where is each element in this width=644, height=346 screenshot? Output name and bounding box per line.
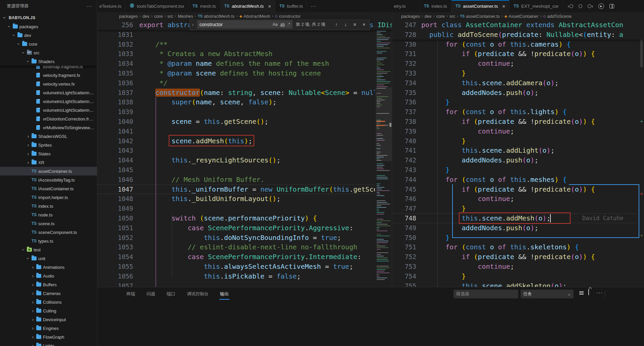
editor-abstractmesh[interactable]: packages›dev›core›src›Meshes›TSabstractM… bbox=[97, 12, 392, 287]
tree-item-collisions[interactable]: ›Collisions bbox=[0, 298, 97, 306]
tree-item-test[interactable]: ›test bbox=[0, 245, 97, 254]
find-close-icon[interactable]: × bbox=[360, 22, 368, 27]
tree-item-lights[interactable]: ›Lights bbox=[0, 341, 97, 346]
find-query[interactable]: constructor bbox=[200, 22, 270, 27]
tab-assetcontainer-ts[interactable]: TSassetContainer.ts× bbox=[451, 0, 509, 12]
code-area[interactable]: 10311032 /**1033 * Creates a new Abstrac… bbox=[97, 30, 375, 287]
match-case-icon[interactable]: Aa bbox=[273, 22, 278, 27]
tree-item-animations[interactable]: ›Animations bbox=[0, 263, 97, 271]
code-line-731[interactable]: 731 if (predicate && !predicate(o)) { bbox=[392, 49, 637, 59]
tree-item-packages[interactable]: ›packages bbox=[0, 22, 97, 31]
code-line-1044[interactable]: 1044 this._resyncLightSources(); bbox=[97, 155, 375, 165]
circle-icon[interactable] bbox=[579, 4, 582, 8]
breadcrumb-item[interactable]: src bbox=[167, 14, 173, 19]
code-line-751[interactable]: 751 for (const o of this.skeletons) { bbox=[392, 242, 637, 252]
code-line-728[interactable]: 728 public addToScene(predicate: Nullabl… bbox=[392, 30, 644, 40]
tree-item-states[interactable]: ›States bbox=[0, 149, 97, 158]
code-line-1054[interactable]: 1054 case ScenePerformancePriority.Inter… bbox=[97, 252, 375, 262]
code-line-1031[interactable]: 1031 bbox=[97, 30, 375, 40]
whole-word-icon[interactable]: ab bbox=[280, 22, 284, 27]
explorer-more-icon[interactable]: ··· bbox=[87, 3, 92, 9]
code-line-1045[interactable]: 1045 bbox=[97, 165, 375, 175]
more-actions-icon[interactable]: ··· bbox=[596, 290, 603, 296]
code-line-746[interactable]: 746 continue; bbox=[392, 194, 637, 204]
tree-item-engines[interactable]: ›Engines bbox=[0, 324, 97, 333]
tree-item-xr[interactable]: ›XR bbox=[0, 158, 97, 167]
code-line-755[interactable]: 755 this.scene.addSkeleton(o); bbox=[392, 281, 637, 287]
code-line-1047[interactable]: 1047 this._uniformBuffer = new UniformBu… bbox=[97, 185, 375, 194]
code-line-1034[interactable]: 1034 * @param name defines the name of t… bbox=[97, 59, 375, 68]
code-line-740[interactable]: 740 } bbox=[392, 136, 637, 146]
tree-item-deviceinput[interactable]: ›DeviceInput bbox=[0, 315, 97, 324]
scrollbar[interactable] bbox=[639, 20, 644, 287]
code-line-1048[interactable]: 1048 this._buildUniformLayout(); bbox=[97, 194, 375, 204]
code-line-732[interactable]: 732 continue; bbox=[392, 59, 637, 68]
tree-item-assetcontainer-ts[interactable]: TSassetContainer.ts bbox=[0, 167, 97, 176]
tree-item-cameras[interactable]: ›Cameras bbox=[0, 289, 97, 298]
lock-scroll-icon[interactable] bbox=[588, 289, 589, 295]
tree-item-volumetriclightscatteringpass-vert-[interactable]: volumetricLightScatteringPass.vert... bbox=[0, 106, 97, 114]
code-line-738[interactable]: 738 if (predicate && !predicate(o)) { bbox=[392, 117, 637, 127]
tree-item-culling[interactable]: ›Culling bbox=[0, 306, 97, 315]
output-channel-dropdown[interactable]: 任务⌄ bbox=[521, 290, 574, 298]
tree-item-src[interactable]: ›src bbox=[0, 48, 97, 57]
tree-root[interactable]: ›BABYLON.JS bbox=[0, 13, 97, 22]
tree-item-scene-ts[interactable]: TSscene.ts bbox=[0, 219, 97, 228]
find-input[interactable]: constructor Aa ab .* bbox=[197, 20, 292, 29]
code-line-737[interactable]: 737 for (const o of this.lights) { bbox=[392, 107, 637, 117]
tree-item-iassetcontainer-ts[interactable]: TSIAssetContainer.ts bbox=[0, 184, 97, 193]
breadcrumb-item[interactable]: packages bbox=[401, 14, 420, 19]
tree-item-velocity-fragment-fx[interactable]: velocity.fragment.fx bbox=[0, 71, 97, 80]
tree-item-vrmultiviewtosingleview-fragment-[interactable]: vrMultiviewToSingleview.fragment... bbox=[0, 123, 97, 132]
code-line-1033[interactable]: 1033 * Creates a new AbstractMesh bbox=[97, 49, 375, 59]
code-line-739[interactable]: 739 continue; bbox=[392, 127, 637, 136]
breadcrumb-item[interactable]: ◇constructor bbox=[275, 14, 301, 19]
code-line-247[interactable]: 247port class AssetContainer extends Abs… bbox=[392, 20, 644, 30]
find-in-selection-icon[interactable]: ≡ bbox=[351, 22, 359, 27]
code-line-1057[interactable]: 1057 bbox=[97, 281, 375, 287]
code-line-752[interactable]: 752 if (predicate && !predicate(o)) { bbox=[392, 252, 637, 262]
tree-item-core[interactable]: ›core bbox=[0, 40, 97, 48]
code-line-1039[interactable]: 1039 bbox=[97, 107, 375, 117]
panel-tab[interactable]: 调试控制台 bbox=[186, 290, 209, 298]
code-line-1046[interactable]: 1046 // Mesh Uniform Buffer. bbox=[97, 175, 375, 185]
tab-etry-ts[interactable]: etry.ts bbox=[392, 0, 420, 12]
tree-item-buffers[interactable]: ›Buffers bbox=[0, 280, 97, 289]
breadcrumb-item[interactable]: core bbox=[436, 14, 445, 19]
breadcrumb-item[interactable]: TSassetContainer.ts bbox=[460, 14, 500, 19]
code-line-1038[interactable]: 1038 super(name, scene, false); bbox=[97, 97, 375, 107]
code-line-742[interactable]: 742 addedNodes.push(o); bbox=[392, 155, 637, 165]
tree-item-volumetriclightscatteringpass-frag-[interactable]: volumetricLightScatteringPass.frag... bbox=[0, 97, 97, 106]
code-line-743[interactable]: 743 } bbox=[392, 165, 637, 175]
tab-buffer-ts[interactable]: TSbuffer.ts bbox=[275, 0, 307, 12]
tree-item-unit[interactable]: ›unit bbox=[0, 254, 97, 263]
tree-item-volumetriclightscattering-fragme-[interactable]: volumetricLightScattering.fragme... bbox=[0, 88, 97, 97]
tree-item-shaderswgsl[interactable]: ›ShadersWGSL bbox=[0, 132, 97, 141]
more-tabs-icon[interactable]: ··· bbox=[307, 0, 320, 12]
code-line-1041[interactable]: 1041 bbox=[97, 127, 375, 136]
code-line-1050[interactable]: 1050 switch (scene.performancePriority) … bbox=[97, 213, 375, 223]
code-line-730[interactable]: 730 for (const o of this.cameras) { bbox=[392, 40, 637, 49]
tree-item-sprites[interactable]: ›Sprites bbox=[0, 141, 97, 149]
tree-item-iaccessibilitytag-ts[interactable]: TSIAccessibilityTag.ts bbox=[0, 176, 97, 184]
output-filter-input[interactable]: 筛选器 bbox=[453, 290, 518, 298]
editor-assetcontainer[interactable]: packages›dev›core›src›TSassetContainer.t… bbox=[392, 12, 644, 287]
code-line-744[interactable]: 744 for (const o of this.meshes) { bbox=[392, 175, 637, 185]
panel-tab[interactable]: 问题 bbox=[146, 290, 156, 298]
breadcrumb-item[interactable]: ◇addToScene bbox=[543, 14, 572, 19]
close-icon[interactable]: × bbox=[268, 3, 271, 9]
code-line-1056[interactable]: 1056 this.isPickable = false; bbox=[97, 271, 375, 281]
tree-item-node-ts[interactable]: TSnode.ts bbox=[0, 210, 97, 219]
tree-item-import-helper-ts[interactable]: TSimport.helper.ts bbox=[0, 193, 97, 202]
code-line-1042[interactable]: 1042 scene.addMesh(this); bbox=[97, 136, 375, 146]
breadcrumb-item[interactable]: TSabstractMesh.ts bbox=[198, 14, 235, 19]
tab-abstractmesh-ts[interactable]: TSabstractMesh.ts× bbox=[220, 0, 275, 12]
code-line-1052[interactable]: 1052 this.doNotSyncBoundingInfo = true; bbox=[97, 233, 375, 243]
breadcrumb-item[interactable]: core bbox=[154, 14, 163, 19]
split-editor-icon[interactable] bbox=[609, 4, 614, 8]
code-line-1036[interactable]: 1036 */ bbox=[97, 78, 375, 88]
code-line-735[interactable]: 735 addedNodes.push(o); bbox=[392, 88, 637, 98]
code-line-749[interactable]: 749 addedNodes.push(o); bbox=[392, 223, 637, 233]
tree-item-audio[interactable]: ›Audio bbox=[0, 271, 97, 280]
tree-item-velocity-vertex-fx[interactable]: velocity.vertex.fx bbox=[0, 80, 97, 88]
